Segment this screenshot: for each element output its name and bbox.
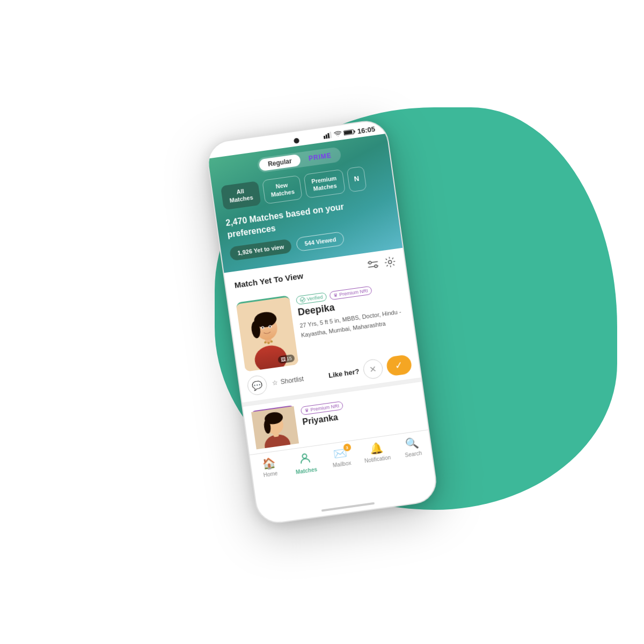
nav-notification[interactable]: 🔔 Notification [357, 440, 396, 466]
toggle-regular[interactable]: Regular [259, 154, 301, 171]
svg-point-13 [388, 260, 392, 264]
home-nav-label: Home [263, 471, 278, 479]
home-nav-icon: 🏠 [261, 456, 276, 471]
accept-button[interactable]: ✓ [385, 354, 413, 377]
mailbox-nav-label: Mailbox [332, 460, 352, 469]
deepika-photo: 🖼 15 [236, 295, 298, 372]
search-nav-label: Search [405, 450, 422, 458]
star-icon: ☆ [272, 379, 279, 387]
tab-premium-matches[interactable]: PremiumMatches [303, 169, 346, 198]
section-title: Match Yet To View [234, 271, 304, 290]
yet-to-view-button[interactable]: 1,926 Yet to view [229, 239, 292, 261]
svg-rect-2 [327, 133, 330, 138]
svg-point-27 [300, 297, 305, 303]
tab-new-matches[interactable]: NewMatches [262, 175, 303, 204]
shortlist-label: Shortlist [280, 375, 304, 386]
matches-nav-label: Matches [296, 466, 318, 475]
svg-rect-3 [329, 131, 332, 138]
reject-button[interactable]: ✕ [362, 358, 384, 380]
battery-icon [343, 128, 356, 137]
tab-nearby[interactable]: N [347, 166, 367, 192]
deepika-info: Verified ♛ Premium NRI Deepika 27 Yrs, 5… [295, 280, 409, 364]
time-display: 16:05 [357, 125, 376, 135]
toggle-prime[interactable]: PRIME [301, 149, 340, 166]
nav-search[interactable]: 🔍 Search [393, 435, 432, 462]
nav-mailbox[interactable]: ✉️ 3 Mailbox [321, 444, 360, 471]
svg-line-8 [372, 262, 378, 263]
app-content: Match Yet To View [224, 248, 428, 455]
svg-rect-1 [325, 134, 327, 138]
section-icons-group [367, 255, 397, 273]
phone-home-indicator [321, 502, 375, 512]
tab-all-matches[interactable]: AllMatches [221, 181, 261, 210]
svg-line-11 [369, 267, 375, 268]
mailbox-badge: 3 [343, 443, 352, 452]
message-icon-button[interactable]: 💬 [246, 375, 268, 397]
nav-matches[interactable]: Matches [286, 450, 325, 477]
like-her-label: Like her? [328, 367, 360, 379]
priyanka-info: ♛ Premium NRI Priyanka [300, 399, 347, 442]
svg-rect-0 [323, 135, 325, 138]
filter-icon[interactable] [367, 258, 380, 274]
shortlist-button[interactable]: ☆ Shortlist [272, 375, 304, 387]
like-her-group: Like her? ✕ ✓ [327, 354, 413, 385]
search-nav-icon: 🔍 [404, 436, 419, 451]
signal-icon [323, 131, 333, 140]
matches-nav-icon [298, 451, 312, 467]
nav-home[interactable]: 🏠 Home [250, 455, 289, 481]
mailbox-nav-icon: ✉️ 3 [333, 446, 348, 460]
priyanka-photo [251, 405, 299, 448]
viewed-button[interactable]: 544 Viewed [296, 231, 345, 252]
wifi-icon [333, 130, 342, 138]
notification-nav-icon: 🔔 [369, 441, 384, 456]
notification-nav-label: Notification [364, 455, 392, 464]
settings-icon[interactable] [383, 255, 397, 271]
camera-dot [294, 138, 299, 144]
toggle-pill[interactable]: Regular PRIME [257, 147, 342, 173]
svg-point-34 [302, 454, 307, 459]
